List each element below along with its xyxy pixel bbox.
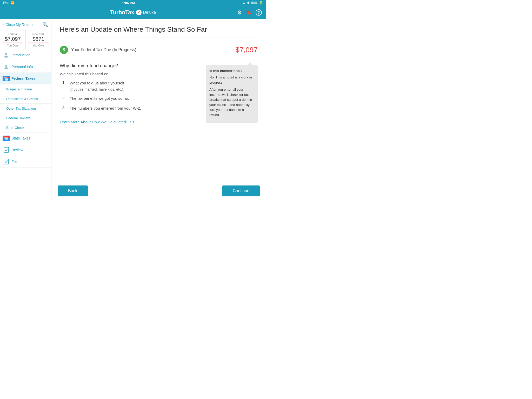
sidebar-item-review[interactable]: Review: [0, 144, 51, 156]
search-icon[interactable]: 🔍: [42, 22, 48, 28]
newyork-tax-box: New York $871 You Owe: [26, 30, 51, 49]
error-check-label: Error Check: [6, 126, 24, 130]
time-display: 1:06 PM: [122, 1, 135, 5]
federal-owe: You Owe: [3, 44, 23, 47]
battery-icon: 🔋: [259, 1, 263, 5]
other-tax-situations-label: Other Tax Situations: [6, 107, 37, 110]
federal-taxes-label: Federal Taxes: [11, 76, 35, 81]
personal-info-icon: [3, 64, 9, 70]
bluetooth-icon: ✱: [247, 1, 250, 5]
review-label: Review: [11, 148, 23, 152]
review-icon: [3, 147, 9, 153]
personal-info-label: Personal Info: [11, 65, 33, 69]
content-area: Here's an Update on Where Things Stand S…: [51, 19, 266, 200]
location-icon: ▲: [242, 1, 245, 5]
logo-deluxe: Deluxe: [143, 10, 156, 15]
svg-rect-5: [4, 159, 9, 164]
federal-amount: $7,097: [3, 36, 23, 43]
sidebar: ‹ Close My Return 🔍 Federal $7,097 You O…: [0, 19, 51, 200]
tooltip-arrow: [247, 62, 252, 65]
sidebar-top: ‹ Close My Return 🔍: [0, 19, 51, 30]
tooltip-box: Is this number final? No! This amount is…: [206, 65, 258, 123]
newyork-amount: $871: [28, 36, 49, 43]
close-return-label: Close My Return: [5, 23, 32, 27]
federal-tax-box: Federal $7,097 You Owe: [0, 30, 26, 49]
sidebar-item-personal-info[interactable]: Personal Info: [0, 61, 51, 73]
back-button[interactable]: Back: [58, 185, 88, 196]
close-return-button[interactable]: ‹ Close My Return: [3, 22, 33, 27]
status-left: iPad 📶: [3, 1, 15, 5]
federal-review-label: Federal Review: [6, 116, 30, 120]
nav-items: Introduction Personal Info TAXES Federal…: [0, 49, 51, 200]
file-label: File: [11, 159, 17, 164]
state-taxes-label: State Taxes: [11, 136, 30, 140]
newyork-label: New York: [28, 32, 49, 36]
svg-point-3: [4, 67, 8, 69]
help-icon[interactable]: ?: [256, 9, 262, 16]
sidebar-item-wages-income[interactable]: Wages & Income: [0, 84, 51, 94]
federal-taxes-icon: TAXES: [3, 75, 9, 82]
tax-due-left: $ Your Federal Tax Due (In Progress): [60, 46, 136, 54]
list-item-2: 2. The tax benefits we got you so far.: [62, 96, 200, 102]
svg-point-2: [5, 65, 7, 67]
introduction-icon: [3, 52, 9, 58]
logo: TurboTax ✓ Deluxe: [110, 9, 156, 16]
tax-summary: Federal $7,097 You Owe New York $871 You…: [0, 30, 51, 49]
tax-due-row: $ Your Federal Tax Due (In Progress) $7,…: [60, 42, 258, 58]
federal-label: Federal: [3, 32, 23, 36]
settings-icon[interactable]: ⚙: [237, 9, 242, 16]
main-container: ‹ Close My Return 🔍 Federal $7,097 You O…: [0, 19, 266, 200]
header-icons: ⚙ 🔖 ?: [237, 9, 262, 16]
check-icon: ✓: [137, 10, 140, 15]
tooltip-title: Is this number final?: [209, 69, 254, 73]
introduction-label: Introduction: [11, 53, 30, 57]
tax-due-amount: $7,097: [235, 46, 258, 54]
list-item-1: 1. What you told us about yourself (if y…: [62, 80, 200, 91]
sidebar-item-introduction[interactable]: Introduction: [0, 49, 51, 61]
sidebar-item-federal-review[interactable]: Federal Review: [0, 113, 51, 123]
content-main: Here's an Update on Where Things Stand S…: [51, 19, 266, 182]
content-left: Why did my refund change? We calculated …: [60, 63, 200, 124]
sidebar-item-state-taxes[interactable]: TAXES STATE State Taxes: [0, 132, 51, 144]
deductions-credits-label: Deductions & Credits: [6, 97, 38, 101]
battery-level: 98%: [251, 1, 257, 5]
why-change-title: Why did my refund change?: [60, 63, 200, 69]
svg-point-1: [4, 56, 8, 58]
list-item-3: 3. The numbers you entered from your W-2…: [62, 105, 200, 111]
status-bar: iPad 📶 1:06 PM ▲ ✱ 98% 🔋: [0, 0, 266, 6]
page-title: Here's an Update on Where Things Stand S…: [60, 25, 258, 37]
bookmark-icon[interactable]: 🔖: [245, 9, 252, 16]
sidebar-item-error-check[interactable]: Error Check: [0, 123, 51, 132]
calculated-label: We calculated this based on:: [60, 72, 200, 76]
newyork-owe: You Owe: [28, 44, 49, 47]
logo-text: TurboTax: [110, 9, 134, 16]
logo-badge: ✓: [136, 10, 142, 15]
app-header: TurboTax ✓ Deluxe ⚙ 🔖 ?: [0, 6, 266, 19]
svg-point-0: [5, 53, 7, 55]
device-label: iPad: [3, 1, 9, 5]
sidebar-item-deductions-credits[interactable]: Deductions & Credits: [0, 94, 51, 104]
sidebar-item-file[interactable]: File: [0, 156, 51, 168]
state-taxes-icon: TAXES STATE: [3, 135, 9, 141]
file-icon: [3, 158, 9, 165]
dollar-icon: $: [60, 46, 68, 54]
status-right: ▲ ✱ 98% 🔋: [242, 1, 263, 5]
tooltip-text-2: After you enter all your income, we'll c…: [209, 87, 254, 117]
continue-button[interactable]: Continue: [222, 185, 260, 196]
tax-due-label: Your Federal Tax Due (In Progress): [71, 48, 136, 52]
sidebar-item-other-tax-situations[interactable]: Other Tax Situations: [0, 104, 51, 113]
chevron-left-icon: ‹: [3, 22, 4, 27]
wages-income-label: Wages & Income: [6, 87, 32, 91]
sidebar-item-federal-taxes[interactable]: TAXES Federal Taxes: [0, 73, 51, 84]
content-body: Why did my refund change? We calculated …: [60, 63, 258, 124]
learn-more-link[interactable]: Learn More About How We Calculated This: [60, 120, 134, 124]
svg-rect-4: [4, 147, 9, 152]
content-footer: Back Continue: [51, 182, 266, 200]
tooltip-text-1: No! This amount is a work in progress.: [209, 75, 254, 85]
wifi-icon: 📶: [11, 1, 15, 5]
